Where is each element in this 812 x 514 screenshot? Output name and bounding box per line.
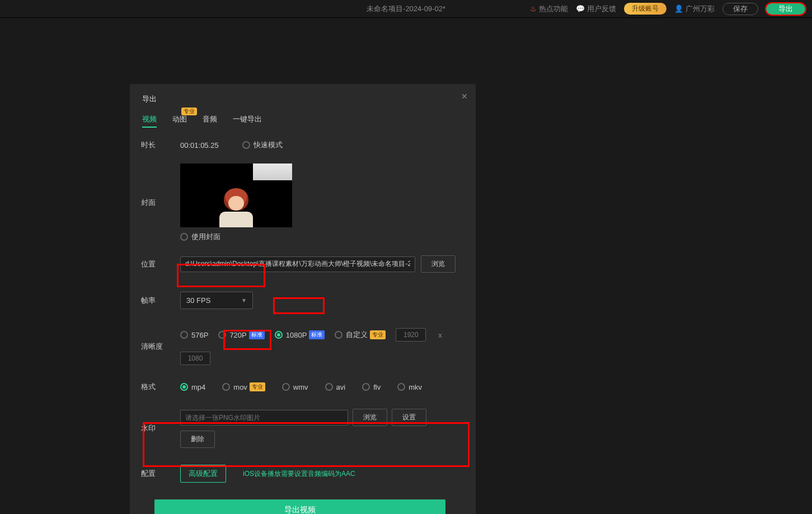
chevron-down-icon: ▼ bbox=[241, 297, 247, 303]
room-graphic bbox=[253, 163, 292, 180]
radio-icon bbox=[325, 383, 333, 391]
fmt-flv[interactable]: flv bbox=[362, 383, 381, 391]
res-custom[interactable]: 自定义 专业 bbox=[335, 330, 386, 340]
feedback-label: 用户反馈 bbox=[587, 4, 616, 14]
topbar: 未命名项目-2024-09-02* ♨ 热点功能 💬 用户反馈 升级账号 👤 广… bbox=[0, 0, 812, 18]
radio-icon bbox=[222, 383, 230, 391]
config-note: iOS设备播放需要设置音频编码为AAC bbox=[243, 469, 355, 479]
export-button[interactable]: 导出 bbox=[766, 3, 805, 15]
project-title: 未命名项目-2024-09-02* bbox=[367, 4, 445, 14]
fire-icon: ♨ bbox=[530, 4, 537, 13]
std-badge: 标准 bbox=[309, 330, 325, 339]
user-icon: 👤 bbox=[674, 4, 683, 13]
radio-icon bbox=[282, 383, 290, 391]
cover-label: 封面 bbox=[141, 198, 180, 208]
export-tabs: 视频 动图 专业 音频 一键导出 bbox=[141, 114, 459, 124]
radio-icon bbox=[362, 383, 370, 391]
res-576p[interactable]: 576P bbox=[180, 331, 208, 339]
duration-label: 时长 bbox=[141, 140, 180, 150]
format-label: 格式 bbox=[141, 382, 180, 392]
location-label: 位置 bbox=[141, 259, 180, 269]
fast-mode-radio[interactable]: 快速模式 bbox=[242, 140, 283, 150]
pro-badge: 专业 bbox=[181, 108, 197, 115]
watermark-settings-button[interactable]: 设置 bbox=[392, 409, 426, 426]
export-dialog: 导出 ✕ 视频 动图 专业 音频 一键导出 时长 00:01:05.25 快速模… bbox=[130, 84, 476, 514]
radio-icon bbox=[180, 331, 188, 339]
pro-badge: 专业 bbox=[370, 330, 386, 339]
std-badge: 标准 bbox=[249, 330, 265, 339]
radio-icon bbox=[275, 331, 283, 339]
avatar-graphic bbox=[218, 188, 254, 227]
tab-video[interactable]: 视频 bbox=[142, 114, 157, 124]
radio-icon bbox=[180, 383, 188, 391]
fmt-mp4[interactable]: mp4 bbox=[180, 383, 205, 391]
watermark-browse-button[interactable]: 浏览 bbox=[353, 409, 387, 426]
use-cover-radio[interactable]: 使用封面 bbox=[180, 232, 292, 242]
cover-thumbnail[interactable] bbox=[180, 163, 292, 227]
dialog-title: 导出 bbox=[141, 94, 459, 104]
custom-width-input[interactable] bbox=[396, 328, 426, 342]
fmt-wmv[interactable]: wmv bbox=[282, 383, 308, 391]
radio-icon bbox=[180, 233, 188, 241]
tab-audio[interactable]: 音频 bbox=[203, 114, 217, 124]
fmt-mkv[interactable]: mkv bbox=[397, 383, 422, 391]
watermark-input[interactable] bbox=[180, 410, 348, 426]
tab-oneclick[interactable]: 一键导出 bbox=[233, 114, 262, 124]
radio-icon bbox=[397, 383, 405, 391]
save-button[interactable]: 保存 bbox=[722, 3, 758, 15]
radio-icon bbox=[242, 141, 250, 149]
browse-location-button[interactable]: 浏览 bbox=[421, 255, 456, 273]
radio-icon bbox=[335, 331, 342, 339]
radio-icon bbox=[218, 331, 226, 339]
use-cover-label: 使用封面 bbox=[191, 232, 220, 242]
chat-icon: 💬 bbox=[576, 4, 585, 13]
watermark-delete-button[interactable]: 删除 bbox=[180, 431, 215, 448]
res-720p[interactable]: 720P 标准 bbox=[218, 330, 264, 339]
dimension-x: x bbox=[438, 331, 442, 339]
fps-value: 30 FPS bbox=[186, 296, 210, 305]
tab-anim[interactable]: 动图 专业 bbox=[172, 114, 187, 124]
location-input[interactable] bbox=[180, 256, 415, 272]
user-label: 广州万彩 bbox=[686, 4, 715, 14]
close-icon[interactable]: ✕ bbox=[461, 92, 468, 101]
custom-height-input[interactable] bbox=[180, 352, 210, 365]
user-menu[interactable]: 👤 广州万彩 bbox=[674, 4, 715, 14]
export-video-button[interactable]: 导出视频 bbox=[154, 499, 445, 514]
fps-select[interactable]: 30 FPS ▼ bbox=[180, 292, 253, 309]
watermark-label: 水印 bbox=[141, 423, 180, 433]
res-1080p[interactable]: 1080P 标准 bbox=[275, 330, 325, 339]
feedback-link[interactable]: 💬 用户反馈 bbox=[576, 4, 616, 14]
hot-features-label: 热点功能 bbox=[539, 4, 568, 14]
duration-value: 00:01:05.25 bbox=[180, 141, 219, 149]
fps-label: 帧率 bbox=[141, 296, 180, 306]
advanced-config-button[interactable]: 高级配置 bbox=[180, 465, 226, 483]
pro-badge: 专业 bbox=[250, 382, 265, 391]
tab-anim-label: 动图 bbox=[172, 115, 187, 123]
upgrade-button[interactable]: 升级账号 bbox=[624, 3, 667, 15]
fast-mode-label: 快速模式 bbox=[254, 140, 283, 150]
hot-features-link[interactable]: ♨ 热点功能 bbox=[530, 4, 568, 14]
config-label: 配置 bbox=[141, 469, 180, 479]
fmt-mov[interactable]: mov 专业 bbox=[222, 382, 265, 391]
resolution-label: 清晰度 bbox=[141, 342, 180, 352]
fmt-avi[interactable]: avi bbox=[325, 383, 346, 391]
